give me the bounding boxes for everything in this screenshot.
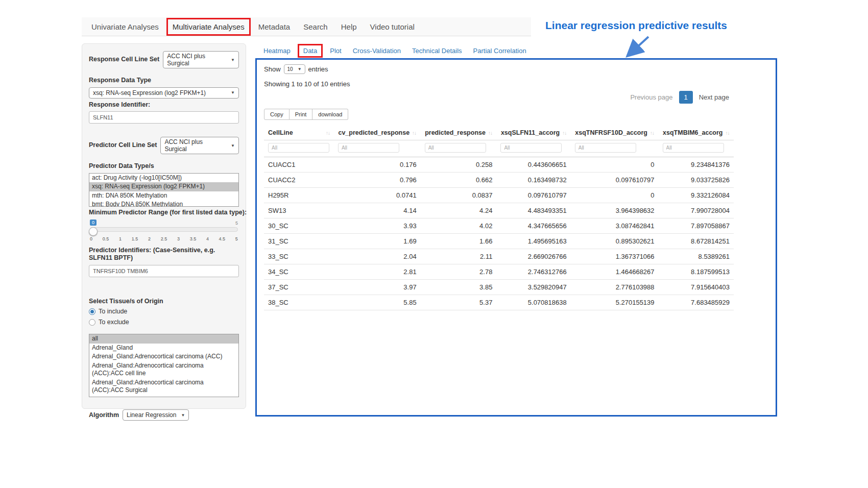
slider-tick-label: 4 (206, 236, 209, 241)
nav-item-multivariate-analyses[interactable]: Multivariate Analyses (166, 18, 251, 36)
table-row: 38_SC5.855.375.0708186385.2701551397.683… (264, 295, 734, 310)
nav-item-metadata[interactable]: Metadata (252, 20, 297, 34)
response-data-type-select[interactable]: xsq: RNA-seq Expression (log2 FPKM+1) ▼ (89, 87, 239, 99)
cell-value: 9.234841376 (659, 157, 734, 173)
next-page-button[interactable]: Next page (694, 91, 734, 104)
slider-tick-label: 2 (148, 236, 151, 241)
option-adrenal-gland-adrenocortical-carcinoma-acc-acc-surgical[interactable]: Adrenal_Gland:Adrenocortical carcinoma (… (89, 378, 238, 395)
cell-value: 3.087462841 (571, 218, 659, 234)
predictor-cell-line-set-value: ACC NCI plus Surgical (164, 138, 226, 153)
nav-item-help[interactable]: Help (334, 20, 364, 34)
column-header-xsqtmbim6-accorg[interactable]: xsqTMBIM6_accorg↑↓ (659, 125, 734, 140)
predictor-data-type-list[interactable]: act: Drug Activity (-log10[IC50M])xsq: R… (89, 173, 239, 207)
slider-value-bubble: 0 (90, 219, 97, 226)
column-header-predicted-response[interactable]: predicted_response↑↓ (421, 125, 497, 140)
filter-input-cellline[interactable] (268, 143, 329, 153)
filter-input-xsqslfn11-accorg[interactable] (500, 143, 562, 153)
response-identifier-input[interactable] (89, 111, 239, 124)
algorithm-select[interactable]: Linear Regression ▼ (123, 409, 189, 421)
cell-value: 0.0837 (421, 188, 497, 203)
cell-value: 2.746312766 (496, 264, 570, 280)
column-header-cellline[interactable]: CellLine↑↓ (264, 125, 334, 140)
copy-button[interactable]: Copy (264, 109, 290, 120)
column-header-xsqtnfrsf10d-accorg[interactable]: xsqTNFRSF10D_accorg↑↓ (571, 125, 659, 140)
table-body: CUACC10.1760.2580.44360665109.234841376C… (264, 157, 734, 310)
slider-tick-label: 3.5 (190, 236, 197, 241)
cell-value: 0.0741 (334, 188, 421, 203)
nav-item-search[interactable]: Search (297, 20, 334, 34)
cell-line-name: 30_SC (264, 218, 334, 234)
previous-page-button[interactable]: Previous page (625, 91, 677, 104)
entries-select[interactable]: 10 ▼ (284, 64, 305, 74)
filter-input-cv-predicted-response[interactable] (338, 143, 399, 153)
print-button[interactable]: Print (290, 109, 313, 120)
filter-cell (264, 140, 334, 157)
column-header-xsqslfn11-accorg[interactable]: xsqSLFN11_accorg↑↓ (496, 125, 570, 140)
cell-value: 1.495695163 (496, 234, 570, 249)
response-cell-line-set-select[interactable]: ACC NCI plus Surgical ▼ (163, 51, 239, 68)
tab-technical-details[interactable]: Technical Details (406, 44, 468, 57)
filter-input-xsqtnfrsf10d-accorg[interactable] (575, 143, 636, 153)
slider-handle[interactable] (89, 227, 98, 236)
cell-value: 0.097610797 (571, 173, 659, 188)
slider-track[interactable] (90, 227, 238, 232)
cell-line-name: H295R (264, 188, 334, 203)
nav-item-univariate-analyses[interactable]: Univariate Analyses (85, 20, 165, 34)
filter-input-xsqtmbim6-accorg[interactable] (663, 143, 724, 153)
tab-partial-correlation[interactable]: Partial Correlation (468, 44, 532, 57)
cell-value: 2.11 (421, 249, 497, 264)
tab-data[interactable]: Data (298, 44, 323, 58)
min-predictor-range-slider[interactable]: 0 5 00.511.522.533.544.55 (90, 219, 238, 241)
download-button[interactable]: download (312, 109, 348, 120)
cell-line-name: 31_SC (264, 234, 334, 249)
tab-plot[interactable]: Plot (324, 44, 347, 57)
radio-to-include[interactable]: To include (89, 308, 239, 315)
predictor-cell-line-set-label: Predictor Cell Line Set (89, 141, 157, 150)
sort-arrows-icon: ↑↓ (326, 130, 330, 136)
cell-value: 9.033725826 (659, 173, 734, 188)
predictor-cell-line-set-select[interactable]: ACC NCI plus Surgical ▼ (160, 137, 239, 154)
sort-arrows-icon: ↑↓ (725, 130, 729, 136)
slider-ticks: 00.511.522.533.544.55 (90, 236, 238, 241)
filter-cell (496, 140, 570, 157)
cell-line-name: CUACC2 (264, 173, 334, 188)
slider-tick-label: 3 (177, 236, 180, 241)
column-label: cv_predicted_response (338, 129, 409, 136)
option-mth-dna-850k-methylation[interactable]: mth: DNA 850K Methylation (89, 191, 238, 201)
result-tabs: HeatmapDataPlotCross-ValidationTechnical… (258, 44, 532, 58)
option-all[interactable]: all (89, 334, 238, 344)
option-bmt-body-dna-850k-methylation[interactable]: bmt: Body DNA 850K Methylation (89, 200, 238, 207)
cell-value: 7.683485929 (659, 295, 734, 310)
tissue-radio-group: To includeTo exclude (89, 308, 239, 326)
tab-heatmap[interactable]: Heatmap (258, 44, 296, 57)
column-label: xsqSLFN11_accorg (501, 129, 560, 136)
cell-value: 2.04 (334, 249, 421, 264)
predictor-cell-line-set-field: Predictor Cell Line Set ACC NCI plus Sur… (89, 137, 239, 154)
tissue-list[interactable]: allAdrenal_GlandAdrenal_Gland:Adrenocort… (89, 334, 239, 397)
column-header-cv-predicted-response[interactable]: cv_predicted_response↑↓ (334, 125, 421, 140)
cell-value: 0.662 (421, 173, 497, 188)
option-adrenal-gland[interactable]: Adrenal_Gland (89, 344, 238, 353)
table-row: 34_SC2.812.782.7463127661.4646682678.187… (264, 264, 734, 280)
response-cell-line-set-field: Response Cell Line Set ACC NCI plus Surg… (89, 51, 239, 68)
sort-arrows-icon: ↑↓ (412, 130, 416, 136)
radio-button-icon (89, 319, 95, 326)
cell-value: 9.332126084 (659, 188, 734, 203)
cell-value: 0.176 (334, 157, 421, 173)
cell-value: 8.187599513 (659, 264, 734, 280)
cell-line-name: 34_SC (264, 264, 334, 280)
cell-value: 3.97 (334, 280, 421, 295)
nav-item-video-tutorial[interactable]: Video tutorial (364, 20, 421, 34)
tab-cross-validation[interactable]: Cross-Validation (347, 44, 406, 57)
filter-input-predicted-response[interactable] (425, 143, 486, 153)
option-xsq-rna-seq-expression-log2-fpkm-1[interactable]: xsq: RNA-seq Expression (log2 FPKM+1) (89, 182, 238, 191)
sidebar-panel: Response Cell Line Set ACC NCI plus Surg… (82, 43, 246, 409)
option-adrenal-gland-adrenocortical-carcinoma-acc-acc-cell-line[interactable]: Adrenal_Gland:Adrenocortical carcinoma (… (89, 361, 238, 378)
option-act-drug-activity-log10-ic50m[interactable]: act: Drug Activity (-log10[IC50M]) (89, 174, 238, 183)
showing-entries-text: Showing 1 to 10 of 10 entries (264, 80, 768, 88)
predictor-identifiers-input[interactable] (89, 265, 239, 277)
radio-to-exclude[interactable]: To exclude (89, 319, 239, 326)
option-adrenal-gland-adrenocortical-carcinoma-acc[interactable]: Adrenal_Gland:Adrenocortical carcinoma (… (89, 352, 238, 361)
cell-value: 1.66 (421, 234, 497, 249)
page-number-button[interactable]: 1 (679, 91, 693, 104)
